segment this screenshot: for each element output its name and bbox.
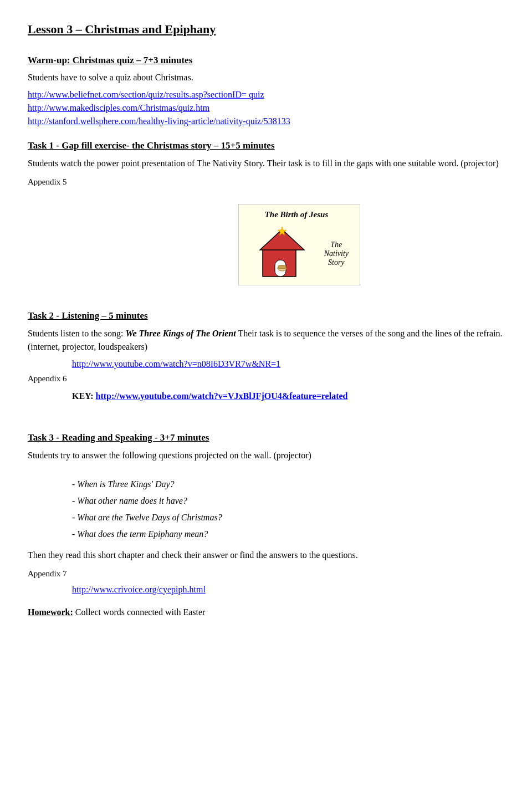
bullet-1: When is Three Kings' Day? <box>72 478 504 491</box>
task2-appendix: Appendix 6 <box>28 372 504 385</box>
link-3[interactable]: http://stanford.wellsphere.com/healthy-l… <box>28 116 290 126</box>
task3-description: Students try to answer the following que… <box>28 449 504 462</box>
task1-description: Students watch the power point presentat… <box>28 157 504 170</box>
task2-desc-start: Students listen to the song: <box>28 329 125 338</box>
nativity-image-block: The Birth of Jesus TheNativityStory <box>238 204 360 285</box>
link-2[interactable]: http://www.makedisciples.com/Christmas/q… <box>28 103 209 112</box>
homework-line: Homework: Collect words connected with E… <box>28 606 504 619</box>
task3-heading: Task 3 - Reading and Speaking - 3+7 minu… <box>28 431 504 445</box>
task1-appendix: Appendix 5 <box>28 176 504 188</box>
task2-description: Students listen to the song: We Three Ki… <box>28 327 504 354</box>
bullet-2: What other name does it have? <box>72 494 504 508</box>
homework-label: Homework: <box>28 607 73 617</box>
nativity-subtitle: TheNativityStory <box>324 241 349 267</box>
task2-youtube-link2[interactable]: http://www.youtube.com/watch?v=VJxBlJFjO… <box>96 391 348 401</box>
task3-link[interactable]: http://www.crivoice.org/cyepiph.html <box>72 585 206 594</box>
task1-heading: Task 1 - Gap fill exercise- the Christma… <box>28 139 504 153</box>
nativity-title: The Birth of Jesus <box>244 210 349 219</box>
bullet-3: What are the Twelve Days of Christmas? <box>72 511 504 524</box>
task3-bullets: When is Three Kings' Day? What other nam… <box>28 478 504 541</box>
task2-youtube-link1[interactable]: http://www.youtube.com/watch?v=n08I6D3VR… <box>72 359 280 369</box>
page-title: Lesson 3 – Christmas and Epiphany <box>28 22 504 37</box>
svg-rect-5 <box>278 265 286 269</box>
homework-text: Collect words connected with Easter <box>73 607 206 617</box>
task2-key-label: KEY: <box>72 391 96 401</box>
task2-heading: Task 2 - Listening – 5 minutes <box>28 309 504 323</box>
link-1[interactable]: http://www.beliefnet.com/section/quiz/re… <box>28 90 264 99</box>
task2-key-line: KEY: http://www.youtube.com/watch?v=VJxB… <box>28 390 504 403</box>
task2-song-title: We Three Kings of The Orient <box>125 329 236 338</box>
nativity-house-icon <box>254 224 310 279</box>
warmup-heading: Warm-up: Christmas quiz – 7+3 minutes <box>28 53 504 68</box>
task3-appendix: Appendix 7 <box>28 567 504 580</box>
task3-after-bullets: Then they read this short chapter and ch… <box>28 549 504 562</box>
warmup-description: Students have to solve a quiz about Chri… <box>28 71 504 84</box>
bullet-4: What does the term Epiphany mean? <box>72 528 504 541</box>
